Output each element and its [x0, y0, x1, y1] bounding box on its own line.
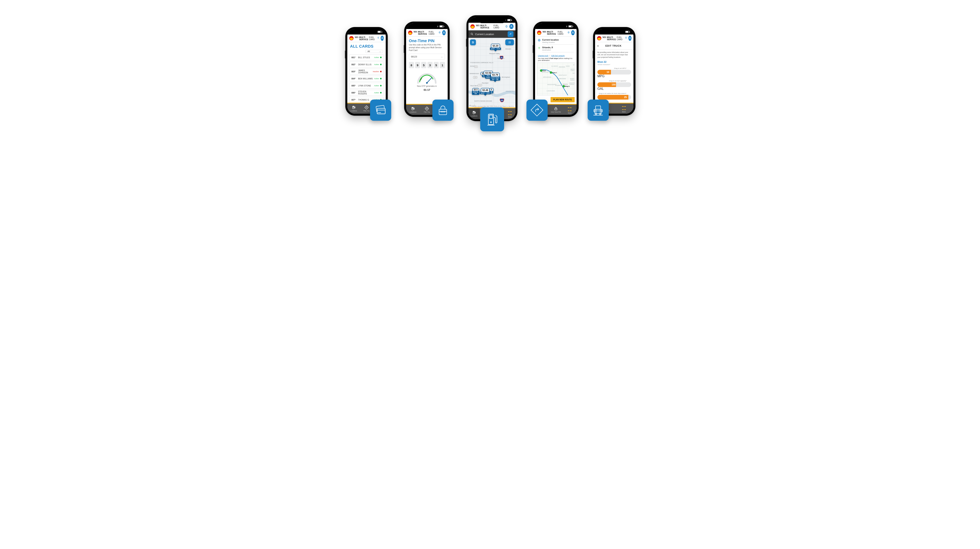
map-town-label: Glenaire	[505, 48, 511, 50]
pin-display: 895351	[406, 62, 448, 71]
page-description: By providing some information about your…	[595, 49, 633, 60]
card-status: Active	[374, 56, 379, 59]
brand-label: MS MULTI SERVICE FUEL CARD	[355, 36, 375, 41]
profile-button[interactable]	[628, 36, 632, 41]
cards-filter-dropdown[interactable]: All ⌄	[365, 50, 383, 53]
notifications-button[interactable]	[505, 24, 508, 29]
card-number: 003*	[352, 70, 358, 73]
directions-button[interactable]	[508, 31, 514, 37]
destination-pin-icon	[538, 46, 541, 49]
card-row[interactable]: 006*STEVEN ROGERSActive	[349, 90, 384, 95]
selected-card-value: 00123	[411, 56, 417, 58]
svg-point-14	[472, 41, 473, 42]
status-dot-icon	[380, 71, 382, 72]
map-town-label: Birmingham	[502, 76, 510, 78]
nav-plan-trip[interactable]: Plan Trip	[420, 105, 434, 115]
card-row[interactable]: 004*BEN WILLIAMSActive	[349, 76, 384, 81]
pin-digit: 9	[415, 62, 420, 68]
profile-button[interactable]	[509, 24, 514, 29]
slider-caption: Drag to set radius for truck stop search…	[597, 92, 631, 94]
card-status: Inactive	[373, 70, 379, 73]
svg-point-17	[508, 41, 509, 42]
svg-rect-37	[489, 115, 493, 118]
map-town-label: Pleasant Valley	[489, 53, 500, 54]
feature-tile-directions	[527, 100, 547, 121]
slider-value: 25	[624, 96, 627, 99]
trip-map[interactable]: ILLINOIS INDIANA OHIO PENN WEST VIRGINIA…	[537, 62, 575, 95]
more-icon	[568, 106, 572, 110]
cardholder-name: JAMES JOHNSON	[358, 69, 373, 74]
page-title: One-Time PIN	[406, 37, 448, 43]
route-stop-1[interactable]	[550, 72, 552, 74]
credit-cards-icon	[374, 103, 387, 117]
card-status: Active	[374, 64, 379, 65]
route-stop-start[interactable]	[540, 69, 542, 72]
route-shield-icon: 69	[474, 66, 478, 68]
fuel-pump-icon	[485, 112, 500, 127]
status-dot-icon	[380, 85, 382, 86]
back-button[interactable]: ‹	[597, 44, 598, 48]
card-row[interactable]: 001*BILL STILESActive	[349, 54, 384, 60]
route-stop-2[interactable]	[563, 85, 565, 88]
map-town-label: River Bend	[470, 85, 478, 87]
svg-point-48	[600, 114, 601, 115]
pin-digit: 5	[421, 62, 426, 68]
slider[interactable]: 25	[597, 95, 631, 100]
countdown-gauge-icon	[416, 72, 438, 84]
edit-fuel-capacity-link[interactable]: Edit fuel capacity	[551, 55, 565, 57]
start-location-field[interactable]: Current location Starting location	[542, 38, 574, 45]
fuel-price-pin[interactable]: $3.79 Loves Travel Stop #786	[490, 73, 500, 81]
profile-button[interactable]	[381, 36, 384, 41]
fuel-pump-icon	[352, 105, 356, 109]
destination-field[interactable]: Orlando, fl Destination	[542, 46, 574, 53]
map-list-toggle[interactable]	[505, 40, 514, 45]
svg-point-26	[629, 37, 630, 38]
fuel-price-pin[interactable]: $3.5 Wind St. 510	[472, 88, 479, 95]
card-row[interactable]: 005*LYNN STONEActive	[349, 83, 384, 89]
nav-locations[interactable]: Locations	[347, 103, 360, 114]
cardholder-name: BEN WILLIAMS	[358, 78, 374, 80]
slider[interactable]: 10	[597, 70, 631, 75]
location-search-bar[interactable]: Current Location	[468, 30, 515, 38]
nav-locations[interactable]: Locations	[468, 108, 480, 119]
plan-new-route-button[interactable]: PLAN NEW ROUTE	[550, 97, 575, 102]
svg-rect-39	[531, 104, 543, 116]
notifications-button[interactable]	[438, 31, 441, 35]
svg-point-16	[473, 43, 473, 43]
card-row[interactable]: 003*JAMES JOHNSONInactive	[349, 68, 384, 75]
card-status: Active	[374, 85, 379, 87]
cardholder-name: LYNN STONE	[358, 85, 374, 87]
profile-button[interactable]	[571, 30, 575, 35]
fuel-price-pin[interactable]: $3.46 QuikTrip #224	[480, 88, 491, 95]
map-town-label: NORTH INDIAN MOUND	[474, 100, 492, 102]
nav-locations[interactable]: Locations	[406, 105, 420, 115]
padlock-icon: ******	[436, 103, 450, 117]
svg-rect-41	[595, 109, 602, 114]
shell-logo-icon	[597, 36, 601, 40]
notifications-button[interactable]	[377, 36, 379, 40]
nav-more[interactable]: More	[504, 108, 515, 119]
notifications-button[interactable]	[625, 36, 627, 40]
interstate-shield-icon: 435	[500, 99, 504, 102]
app-header: MSMULTI SERVICEFUEL CARD	[406, 29, 448, 37]
notifications-button[interactable]	[567, 31, 570, 35]
card-status: Active	[374, 78, 379, 80]
card-row[interactable]: 002*DENNY ELLISActive	[349, 62, 384, 67]
cardholder-name: STEVEN ROGERS	[358, 91, 374, 95]
nav-more[interactable]: More	[614, 103, 633, 114]
fuel-price-pin[interactable]: $3.20 QuikTrip #179	[490, 44, 501, 51]
profile-button[interactable]	[442, 30, 446, 35]
chevron-down-icon: ⌄	[379, 50, 381, 53]
nav-more[interactable]: More	[563, 105, 577, 115]
nav-one-time-pin[interactable]: One-Time PIN	[549, 105, 563, 115]
card-select-dropdown[interactable]: 00123 ⌄	[409, 54, 445, 60]
battery-icon	[377, 31, 382, 33]
change-truck-link[interactable]: Change truck	[538, 55, 549, 57]
map-canvas[interactable]: Pleasant Valley Glenaire Claycomo FOXWOO…	[468, 38, 515, 107]
svg-rect-40	[596, 106, 601, 109]
fuel-pump-icon	[411, 107, 415, 111]
slider[interactable]: 150	[597, 82, 631, 87]
map-filters-button[interactable]	[470, 40, 476, 45]
countdown-timer: 01:17	[423, 88, 430, 91]
fuel-price-pin[interactable]: 6 68	[490, 88, 493, 93]
